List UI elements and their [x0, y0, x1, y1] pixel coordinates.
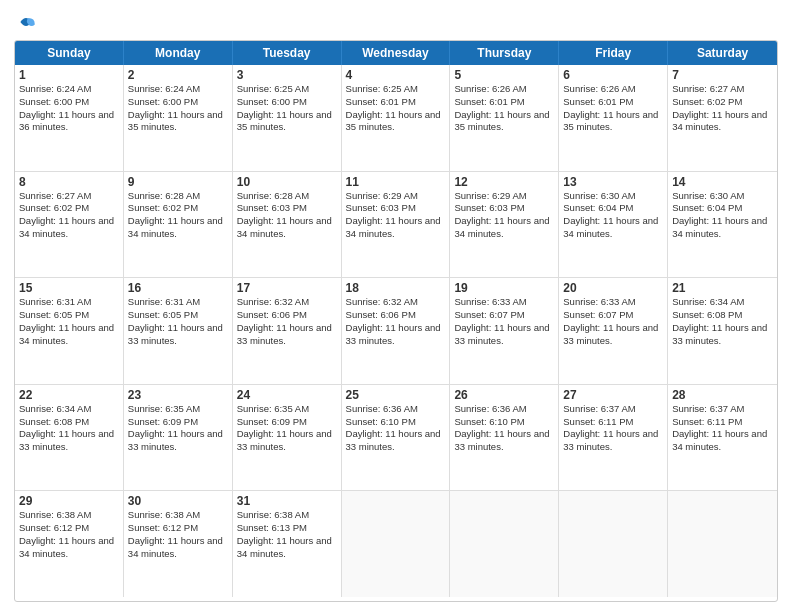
calendar-cell: 17 Sunrise: 6:32 AM Sunset: 6:06 PM Dayl… [233, 278, 342, 384]
daylight-line: Daylight: 11 hours and 33 minutes. [454, 428, 554, 454]
sunrise-line: Sunrise: 6:33 AM [563, 296, 663, 309]
sunrise-line: Sunrise: 6:38 AM [237, 509, 337, 522]
calendar: SundayMondayTuesdayWednesdayThursdayFrid… [14, 40, 778, 602]
sunset-line: Sunset: 6:04 PM [563, 202, 663, 215]
day-number: 2 [128, 68, 228, 82]
daylight-line: Daylight: 11 hours and 33 minutes. [454, 322, 554, 348]
header [14, 10, 778, 34]
calendar-cell: 31 Sunrise: 6:38 AM Sunset: 6:13 PM Dayl… [233, 491, 342, 597]
sunset-line: Sunset: 6:12 PM [128, 522, 228, 535]
sunrise-line: Sunrise: 6:24 AM [19, 83, 119, 96]
calendar-header: SundayMondayTuesdayWednesdayThursdayFrid… [15, 41, 777, 65]
sunset-line: Sunset: 6:00 PM [19, 96, 119, 109]
sunrise-line: Sunrise: 6:36 AM [346, 403, 446, 416]
calendar-cell [668, 491, 777, 597]
calendar-cell [342, 491, 451, 597]
day-number: 12 [454, 175, 554, 189]
logo [14, 10, 42, 34]
sunrise-line: Sunrise: 6:24 AM [128, 83, 228, 96]
sunset-line: Sunset: 6:08 PM [672, 309, 773, 322]
sunrise-line: Sunrise: 6:27 AM [19, 190, 119, 203]
daylight-line: Daylight: 11 hours and 33 minutes. [19, 428, 119, 454]
sunrise-line: Sunrise: 6:32 AM [237, 296, 337, 309]
sunset-line: Sunset: 6:11 PM [563, 416, 663, 429]
daylight-line: Daylight: 11 hours and 35 minutes. [346, 109, 446, 135]
sunset-line: Sunset: 6:05 PM [19, 309, 119, 322]
calendar-cell: 24 Sunrise: 6:35 AM Sunset: 6:09 PM Dayl… [233, 385, 342, 491]
day-header-monday: Monday [124, 41, 233, 65]
day-header-wednesday: Wednesday [342, 41, 451, 65]
sunset-line: Sunset: 6:10 PM [346, 416, 446, 429]
sunrise-line: Sunrise: 6:27 AM [672, 83, 773, 96]
calendar-row-1: 1 Sunrise: 6:24 AM Sunset: 6:00 PM Dayli… [15, 65, 777, 172]
calendar-cell: 12 Sunrise: 6:29 AM Sunset: 6:03 PM Dayl… [450, 172, 559, 278]
calendar-row-3: 15 Sunrise: 6:31 AM Sunset: 6:05 PM Dayl… [15, 278, 777, 385]
sunrise-line: Sunrise: 6:37 AM [672, 403, 773, 416]
sunset-line: Sunset: 6:12 PM [19, 522, 119, 535]
day-number: 25 [346, 388, 446, 402]
sunrise-line: Sunrise: 6:32 AM [346, 296, 446, 309]
calendar-cell [559, 491, 668, 597]
daylight-line: Daylight: 11 hours and 34 minutes. [128, 535, 228, 561]
calendar-cell: 21 Sunrise: 6:34 AM Sunset: 6:08 PM Dayl… [668, 278, 777, 384]
sunrise-line: Sunrise: 6:30 AM [672, 190, 773, 203]
sunset-line: Sunset: 6:06 PM [237, 309, 337, 322]
sunset-line: Sunset: 6:03 PM [346, 202, 446, 215]
calendar-cell: 27 Sunrise: 6:37 AM Sunset: 6:11 PM Dayl… [559, 385, 668, 491]
day-number: 22 [19, 388, 119, 402]
calendar-cell: 5 Sunrise: 6:26 AM Sunset: 6:01 PM Dayli… [450, 65, 559, 171]
day-number: 11 [346, 175, 446, 189]
calendar-cell: 11 Sunrise: 6:29 AM Sunset: 6:03 PM Dayl… [342, 172, 451, 278]
daylight-line: Daylight: 11 hours and 34 minutes. [563, 215, 663, 241]
sunset-line: Sunset: 6:00 PM [128, 96, 228, 109]
daylight-line: Daylight: 11 hours and 34 minutes. [237, 535, 337, 561]
sunrise-line: Sunrise: 6:28 AM [128, 190, 228, 203]
sunset-line: Sunset: 6:11 PM [672, 416, 773, 429]
sunrise-line: Sunrise: 6:34 AM [19, 403, 119, 416]
day-header-sunday: Sunday [15, 41, 124, 65]
calendar-cell: 23 Sunrise: 6:35 AM Sunset: 6:09 PM Dayl… [124, 385, 233, 491]
daylight-line: Daylight: 11 hours and 34 minutes. [237, 215, 337, 241]
daylight-line: Daylight: 11 hours and 35 minutes. [563, 109, 663, 135]
day-number: 20 [563, 281, 663, 295]
daylight-line: Daylight: 11 hours and 33 minutes. [672, 322, 773, 348]
sunset-line: Sunset: 6:09 PM [128, 416, 228, 429]
day-header-thursday: Thursday [450, 41, 559, 65]
daylight-line: Daylight: 11 hours and 34 minutes. [346, 215, 446, 241]
logo-icon [14, 10, 38, 34]
calendar-body: 1 Sunrise: 6:24 AM Sunset: 6:00 PM Dayli… [15, 65, 777, 597]
sunset-line: Sunset: 6:01 PM [563, 96, 663, 109]
calendar-cell: 28 Sunrise: 6:37 AM Sunset: 6:11 PM Dayl… [668, 385, 777, 491]
daylight-line: Daylight: 11 hours and 33 minutes. [346, 322, 446, 348]
day-number: 26 [454, 388, 554, 402]
calendar-cell: 18 Sunrise: 6:32 AM Sunset: 6:06 PM Dayl… [342, 278, 451, 384]
daylight-line: Daylight: 11 hours and 34 minutes. [454, 215, 554, 241]
day-number: 28 [672, 388, 773, 402]
day-number: 15 [19, 281, 119, 295]
day-number: 30 [128, 494, 228, 508]
calendar-cell: 13 Sunrise: 6:30 AM Sunset: 6:04 PM Dayl… [559, 172, 668, 278]
day-number: 24 [237, 388, 337, 402]
sunrise-line: Sunrise: 6:26 AM [563, 83, 663, 96]
sunset-line: Sunset: 6:02 PM [672, 96, 773, 109]
sunset-line: Sunset: 6:00 PM [237, 96, 337, 109]
day-number: 10 [237, 175, 337, 189]
sunrise-line: Sunrise: 6:38 AM [128, 509, 228, 522]
sunset-line: Sunset: 6:03 PM [454, 202, 554, 215]
sunset-line: Sunset: 6:13 PM [237, 522, 337, 535]
sunset-line: Sunset: 6:04 PM [672, 202, 773, 215]
daylight-line: Daylight: 11 hours and 33 minutes. [346, 428, 446, 454]
daylight-line: Daylight: 11 hours and 34 minutes. [672, 109, 773, 135]
calendar-cell [450, 491, 559, 597]
day-number: 29 [19, 494, 119, 508]
sunset-line: Sunset: 6:10 PM [454, 416, 554, 429]
calendar-cell: 2 Sunrise: 6:24 AM Sunset: 6:00 PM Dayli… [124, 65, 233, 171]
day-number: 18 [346, 281, 446, 295]
daylight-line: Daylight: 11 hours and 34 minutes. [19, 215, 119, 241]
day-number: 14 [672, 175, 773, 189]
sunset-line: Sunset: 6:02 PM [19, 202, 119, 215]
calendar-cell: 10 Sunrise: 6:28 AM Sunset: 6:03 PM Dayl… [233, 172, 342, 278]
daylight-line: Daylight: 11 hours and 34 minutes. [19, 535, 119, 561]
daylight-line: Daylight: 11 hours and 33 minutes. [563, 322, 663, 348]
sunset-line: Sunset: 6:09 PM [237, 416, 337, 429]
